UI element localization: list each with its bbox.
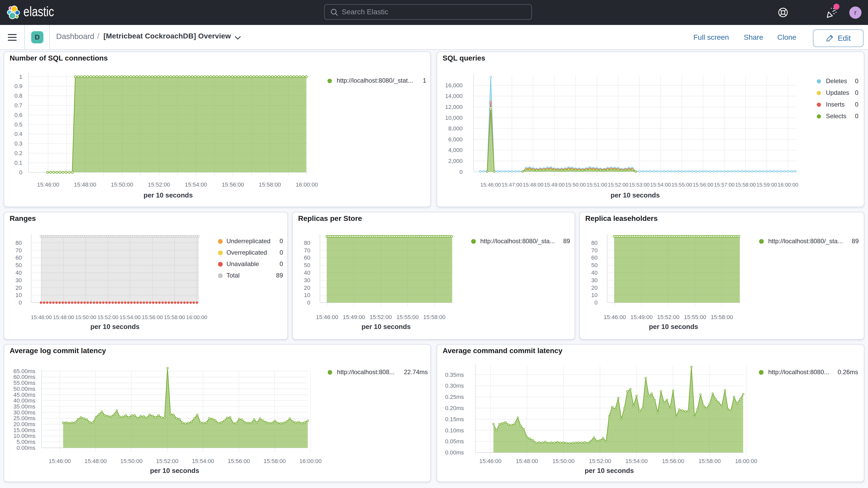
svg-text:60.00ms: 60.00ms <box>13 374 35 380</box>
svg-text:15:46:00: 15:46:00 <box>31 314 52 320</box>
svg-text:65.00ms: 65.00ms <box>13 368 35 374</box>
svg-text:15:46:00: 15:46:00 <box>604 314 626 321</box>
svg-text:0.25ms: 0.25ms <box>445 394 464 400</box>
svg-text:1: 1 <box>19 73 22 80</box>
svg-text:15:50:00: 15:50:00 <box>565 182 586 188</box>
svg-text:15:48:00: 15:48:00 <box>74 181 96 188</box>
svg-text:0.20ms: 0.20ms <box>445 405 464 411</box>
svg-text:15:58:00: 15:58:00 <box>259 181 281 188</box>
svg-text:55.00ms: 55.00ms <box>13 379 35 386</box>
svg-text:15:54:00: 15:54:00 <box>650 182 671 188</box>
svg-text:60: 60 <box>591 254 597 261</box>
svg-text:80: 80 <box>591 240 597 246</box>
svg-text:15:50:00: 15:50:00 <box>75 314 96 320</box>
svg-text:20.00ms: 20.00ms <box>13 421 35 427</box>
svg-text:15:54:00: 15:54:00 <box>625 458 648 464</box>
svg-text:70: 70 <box>16 247 22 254</box>
svg-text:15:57:00: 15:57:00 <box>714 182 735 188</box>
svg-text:70: 70 <box>304 247 310 254</box>
svg-text:15:55:00: 15:55:00 <box>396 314 418 321</box>
svg-text:2,000: 2,000 <box>448 158 463 164</box>
svg-text:60: 60 <box>304 254 310 261</box>
svg-text:15:52:00: 15:52:00 <box>608 182 628 188</box>
svg-text:14,000: 14,000 <box>445 93 463 99</box>
svg-text:15:52:00: 15:52:00 <box>97 314 119 320</box>
svg-text:15:58:00: 15:58:00 <box>699 458 721 464</box>
svg-text:0: 0 <box>19 299 22 306</box>
svg-text:16:00:00: 16:00:00 <box>296 181 318 188</box>
svg-text:15:56:00: 15:56:00 <box>222 181 244 188</box>
svg-text:15:49:00: 15:49:00 <box>630 314 653 321</box>
svg-text:4,000: 4,000 <box>448 147 463 153</box>
svg-text:16:00:00: 16:00:00 <box>299 458 322 464</box>
svg-text:15:52:00: 15:52:00 <box>370 314 392 321</box>
svg-text:0.8: 0.8 <box>14 92 22 99</box>
svg-text:10.00ms: 10.00ms <box>13 433 35 439</box>
svg-text:15:52:00: 15:52:00 <box>657 314 680 321</box>
svg-text:40: 40 <box>591 270 597 276</box>
svg-text:0.00ms: 0.00ms <box>445 449 464 456</box>
svg-text:15:54:00: 15:54:00 <box>192 458 214 464</box>
svg-text:15:50:00: 15:50:00 <box>552 458 575 464</box>
svg-text:0: 0 <box>594 299 597 306</box>
svg-text:30: 30 <box>304 277 310 283</box>
svg-text:15:55:00: 15:55:00 <box>672 182 692 188</box>
svg-text:20: 20 <box>591 284 597 291</box>
svg-text:15:58:00: 15:58:00 <box>164 314 185 320</box>
svg-text:30: 30 <box>591 277 597 283</box>
svg-text:15:56:00: 15:56:00 <box>662 458 684 464</box>
svg-text:10: 10 <box>591 292 597 298</box>
svg-text:0.10ms: 0.10ms <box>445 427 464 434</box>
svg-text:0.3: 0.3 <box>14 140 22 147</box>
svg-text:15:56:00: 15:56:00 <box>142 314 163 320</box>
svg-text:10: 10 <box>304 292 310 298</box>
svg-text:0.2: 0.2 <box>14 150 22 156</box>
svg-text:0.9: 0.9 <box>14 83 22 89</box>
svg-text:15:56:00: 15:56:00 <box>693 182 713 188</box>
svg-text:40.00ms: 40.00ms <box>13 397 35 404</box>
svg-text:15:54:00: 15:54:00 <box>185 181 207 188</box>
svg-text:0.7: 0.7 <box>14 102 22 109</box>
svg-text:40: 40 <box>304 270 310 276</box>
svg-text:0.35ms: 0.35ms <box>445 372 464 378</box>
svg-text:60: 60 <box>16 254 22 261</box>
svg-text:15:48:00: 15:48:00 <box>516 458 538 464</box>
svg-text:16:00:00: 16:00:00 <box>186 314 207 320</box>
svg-text:15.00ms: 15.00ms <box>13 427 35 433</box>
svg-text:15:50:00: 15:50:00 <box>111 181 133 188</box>
svg-text:15:52:00: 15:52:00 <box>156 458 179 464</box>
svg-text:15:48:00: 15:48:00 <box>85 458 107 464</box>
svg-text:0.30ms: 0.30ms <box>445 383 464 389</box>
svg-text:15:47:00: 15:47:00 <box>502 182 522 188</box>
svg-text:0.6: 0.6 <box>14 112 22 118</box>
svg-text:15:58:00: 15:58:00 <box>423 314 446 321</box>
svg-text:15:49:00: 15:49:00 <box>544 182 565 188</box>
svg-text:40: 40 <box>16 270 22 276</box>
svg-text:5.00ms: 5.00ms <box>17 439 35 445</box>
svg-text:15:48:00: 15:48:00 <box>523 182 544 188</box>
svg-text:30.00ms: 30.00ms <box>13 409 35 416</box>
svg-text:15:46:00: 15:46:00 <box>37 181 59 188</box>
svg-text:15:56:00: 15:56:00 <box>228 458 250 464</box>
svg-text:0.00ms: 0.00ms <box>17 445 35 451</box>
svg-text:12,000: 12,000 <box>445 104 463 110</box>
svg-text:15:52:00: 15:52:00 <box>589 458 611 464</box>
svg-text:15:55:00: 15:55:00 <box>684 314 706 321</box>
svg-text:15:58:00: 15:58:00 <box>735 182 756 188</box>
svg-text:0.05ms: 0.05ms <box>445 438 464 445</box>
svg-text:15:46:00: 15:46:00 <box>49 458 71 464</box>
svg-text:15:54:00: 15:54:00 <box>120 314 141 320</box>
svg-text:50: 50 <box>591 262 597 268</box>
svg-text:15:59:00: 15:59:00 <box>756 182 777 188</box>
svg-text:0.4: 0.4 <box>14 131 22 137</box>
svg-text:16:00:00: 16:00:00 <box>778 182 798 188</box>
svg-text:15:49:00: 15:49:00 <box>343 314 365 321</box>
svg-text:45.00ms: 45.00ms <box>13 392 35 398</box>
svg-text:35.00ms: 35.00ms <box>13 403 35 410</box>
svg-text:0: 0 <box>307 299 310 306</box>
svg-text:25.00ms: 25.00ms <box>13 415 35 422</box>
svg-text:80: 80 <box>304 240 310 246</box>
svg-text:20: 20 <box>16 284 22 291</box>
svg-text:15:46:00: 15:46:00 <box>480 182 501 188</box>
svg-text:6,000: 6,000 <box>448 136 463 143</box>
